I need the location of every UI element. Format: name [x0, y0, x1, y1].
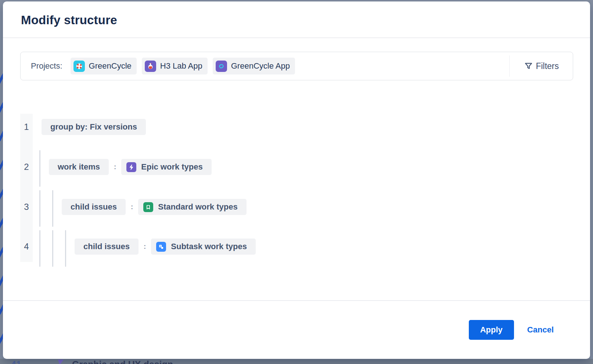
colon-separator: :	[144, 243, 146, 251]
header-divider	[3, 37, 590, 38]
level-chip[interactable]: child issues	[62, 199, 126, 215]
issue-title: Graphic and UX design	[72, 359, 173, 364]
work-type-label: Standard work types	[158, 202, 237, 212]
structure-row-work-items: work items : Epic work types	[49, 159, 212, 175]
projects-bar: Projects: GreenCycle	[20, 52, 573, 80]
work-type-chip-epic[interactable]: Epic work types	[121, 159, 212, 175]
flask-icon	[145, 61, 156, 72]
project-chip-h3-lab-app[interactable]: H3 Lab App	[142, 58, 208, 74]
indent-guide	[39, 190, 40, 227]
projects-label: Projects:	[31, 61, 62, 71]
modify-structure-dialog: Modify structure Projects: GreenCycle	[3, 1, 590, 359]
epic-icon	[126, 162, 136, 172]
row-number-gutter	[20, 114, 33, 262]
row-number: 3	[20, 202, 33, 212]
indent-guide	[39, 230, 40, 267]
project-name: H3 Lab App	[160, 61, 202, 71]
row-number: 4	[20, 241, 33, 252]
work-type-label: Subtask work types	[171, 242, 247, 251]
story-icon	[143, 202, 153, 212]
row-number: 2	[20, 162, 33, 172]
epic-icon	[57, 360, 64, 364]
project-chip-greencycle-app[interactable]: GreenCycle App	[213, 58, 295, 74]
work-type-chip-standard[interactable]: Standard work types	[138, 199, 246, 215]
apply-button[interactable]: Apply	[469, 320, 514, 340]
indent-guide	[39, 150, 40, 187]
colon-separator: :	[131, 203, 133, 211]
screen: 41 Graphic and UX design Modify structur…	[0, 0, 593, 364]
sync-arrows-icon	[216, 61, 227, 72]
subtask-icon	[156, 242, 166, 252]
group-by-chip[interactable]: group by: Fix versions	[42, 119, 146, 135]
issue-key: 41	[11, 359, 21, 364]
dialog-title: Modify structure	[21, 13, 117, 27]
project-name: GreenCycle App	[231, 61, 290, 71]
indent-guide	[65, 230, 66, 267]
level-chip[interactable]: work items	[49, 159, 109, 175]
structure-row-child-issues-2: child issues : Subtask work types	[75, 239, 256, 255]
project-chip-greencycle[interactable]: GreenCycle	[71, 58, 137, 74]
filters-label: Filters	[536, 61, 559, 71]
colon-separator: :	[114, 163, 116, 171]
background-issue-row: 41 Graphic and UX design	[0, 359, 593, 364]
project-name: GreenCycle	[89, 61, 132, 71]
work-type-chip-subtask[interactable]: Subtask work types	[151, 239, 256, 255]
cancel-button[interactable]: Cancel	[525, 325, 556, 335]
indent-guide	[52, 190, 53, 227]
lifebuoy-icon	[73, 61, 85, 72]
level-chip[interactable]: child issues	[75, 239, 139, 255]
filters-button[interactable]: Filters	[510, 52, 573, 80]
structure-row-child-issues-1: child issues : Standard work types	[62, 199, 247, 215]
dialog-footer: Apply Cancel	[3, 300, 590, 359]
row-number: 1	[20, 122, 33, 132]
indent-guide	[52, 230, 53, 267]
work-type-label: Epic work types	[141, 162, 203, 172]
filter-funnel-icon	[524, 61, 533, 71]
structure-row-group-by: group by: Fix versions	[42, 119, 146, 135]
